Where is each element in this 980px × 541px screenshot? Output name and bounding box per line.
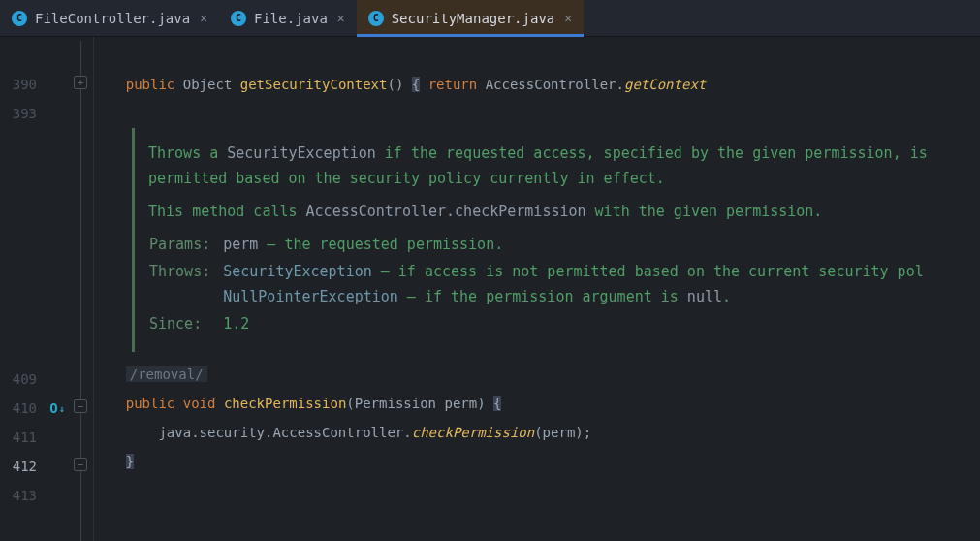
- code-line: public void checkPermission(Permission p…: [93, 389, 980, 418]
- tab-label: FileController.java: [35, 11, 190, 26]
- line-number: 411: [0, 423, 43, 452]
- fold-toggle-icon[interactable]: −: [74, 458, 87, 471]
- fold-toggle-icon[interactable]: +: [74, 76, 87, 89]
- line-number: 390: [0, 70, 43, 99]
- javadoc-type-link[interactable]: NullPointerException: [223, 288, 398, 305]
- code-line: /removal/: [93, 360, 980, 389]
- close-icon[interactable]: ✕: [337, 11, 345, 25]
- code-line: java.security.AccessController.checkPerm…: [93, 418, 980, 447]
- code-line: [93, 476, 980, 505]
- code-line: }: [93, 447, 980, 476]
- code-editor[interactable]: 390 393 409 410 411 412 413 O↓ + − − x p…: [0, 37, 980, 541]
- line-number: 412: [0, 452, 43, 481]
- javadoc-throws-label: Throws:: [148, 259, 222, 311]
- line-number: 393: [0, 99, 43, 128]
- editor-tab-bar: C FileController.java ✕ C File.java ✕ C …: [0, 0, 980, 37]
- java-class-icon: C: [12, 11, 27, 26]
- code-line: [93, 99, 980, 128]
- tab-file-controller[interactable]: C FileController.java ✕: [0, 0, 219, 36]
- line-number: 413: [0, 481, 43, 510]
- javadoc-params-label: Params:: [148, 232, 222, 259]
- java-class-icon: C: [231, 11, 246, 26]
- line-number: 410: [0, 394, 43, 423]
- tab-file[interactable]: C File.java ✕: [219, 0, 357, 36]
- code-area[interactable]: x public Object getSecurityContext() { r…: [93, 37, 980, 541]
- javadoc-popup: Throws a SecurityException if the reques…: [132, 128, 980, 352]
- code-line: x: [93, 41, 980, 70]
- tab-label: SecurityManager.java: [392, 11, 555, 26]
- close-icon[interactable]: ✕: [564, 11, 572, 25]
- gutter-fold: + − −: [72, 37, 93, 541]
- gutter-line-numbers: 390 393 409 410 411 412 413: [0, 37, 43, 541]
- tab-security-manager[interactable]: C SecurityManager.java ✕: [357, 0, 584, 36]
- javadoc-type-link[interactable]: SecurityException: [223, 263, 372, 280]
- code-line: public Object getSecurityContext() { ret…: [93, 70, 980, 99]
- line-number: 409: [0, 365, 43, 394]
- override-icon[interactable]: O↓: [47, 394, 68, 423]
- tab-label: File.java: [254, 11, 328, 26]
- java-class-icon: C: [368, 11, 384, 26]
- close-icon[interactable]: ✕: [200, 11, 207, 25]
- gutter-icons: O↓: [43, 37, 72, 541]
- javadoc-since-label: Since:: [148, 311, 222, 338]
- fold-toggle-icon[interactable]: −: [74, 399, 87, 413]
